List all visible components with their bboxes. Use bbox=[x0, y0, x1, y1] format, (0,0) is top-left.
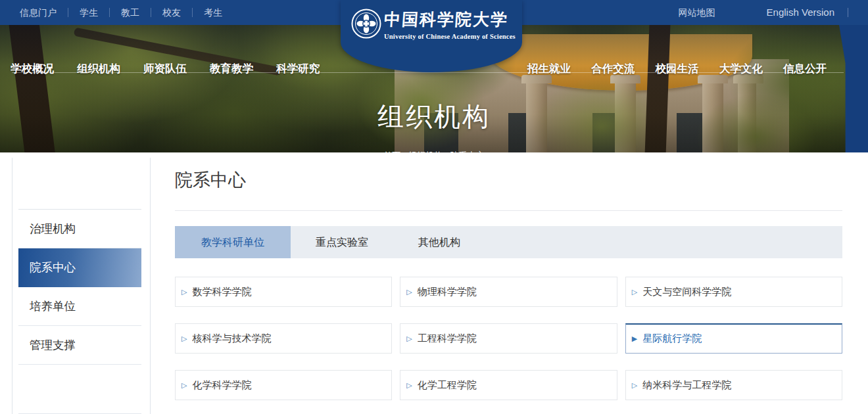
sidebar-item-governance[interactable]: 治理机构 bbox=[18, 210, 141, 248]
nav-left-group: 学校概况 组织机构 师资队伍 教育教学 科学研究 bbox=[11, 62, 320, 76]
page-content: 治理机构 院系中心 培养单位 管理支撑 院系中心 教学科研单位 重点实验室 其他… bbox=[0, 152, 868, 414]
topbar-link-sitemap[interactable]: 网站地图 bbox=[667, 8, 727, 17]
tab-teaching-research-units[interactable]: 教学科研单位 bbox=[175, 226, 291, 258]
department-name: 数学科学学院 bbox=[192, 286, 251, 298]
nav-item-information[interactable]: 信息公开 bbox=[783, 62, 827, 76]
department-name: 工程科学学院 bbox=[418, 333, 477, 345]
topbar-right-links: 网站地图 English Version bbox=[667, 8, 848, 17]
nav-item-organization[interactable]: 组织机构 bbox=[77, 62, 120, 76]
department-name: 化学科学学院 bbox=[192, 379, 251, 392]
nav-item-school-overview[interactable]: 学校概况 bbox=[11, 62, 54, 76]
nav-item-education[interactable]: 教育教学 bbox=[210, 62, 253, 76]
department-name: 天文与空间科学学院 bbox=[642, 286, 731, 298]
nav-item-campus-life[interactable]: 校园生活 bbox=[656, 62, 699, 76]
triangle-outline-icon: ▷ bbox=[406, 335, 412, 342]
triangle-outline-icon: ▷ bbox=[632, 382, 637, 389]
sidebar-item-training-units[interactable]: 培养单位 bbox=[18, 287, 141, 326]
department-card-chemical-science[interactable]: ▷ 化学科学学院 bbox=[175, 370, 392, 400]
tab-other-institutions[interactable]: 其他机构 bbox=[393, 226, 485, 258]
page-title: 院系中心 bbox=[175, 167, 842, 193]
department-name: 物理科学学院 bbox=[418, 286, 477, 298]
page-banner-title: 组织机构 bbox=[0, 99, 868, 135]
department-name: 核科学与技术学院 bbox=[192, 333, 271, 345]
triangle-outline-icon: ▷ bbox=[406, 382, 412, 389]
department-card-engineering[interactable]: ▷ 工程科学学院 bbox=[400, 323, 617, 354]
triangle-outline-icon: ▷ bbox=[181, 335, 187, 342]
topbar-link-students[interactable]: 学生 bbox=[68, 8, 110, 17]
topbar-link-applicants[interactable]: 考生 bbox=[193, 8, 233, 17]
main-panel: 院系中心 教学科研单位 重点实验室 其他机构 ▷ 数学科学学院 ▷ 物理科学学院… bbox=[175, 152, 842, 400]
department-card-astronomy[interactable]: ▷ 天文与空间科学学院 bbox=[625, 277, 842, 307]
department-card-math[interactable]: ▷ 数学科学学院 bbox=[175, 277, 392, 307]
sidebar-bottom-spacer bbox=[18, 365, 141, 414]
sidebar-item-admin-support[interactable]: 管理支撑 bbox=[18, 326, 141, 365]
topbar-link-portal[interactable]: 信息门户 bbox=[20, 8, 68, 17]
nav-item-culture[interactable]: 大学文化 bbox=[719, 62, 763, 76]
triangle-outline-icon: ▷ bbox=[632, 288, 637, 296]
department-name: 星际航行学院 bbox=[642, 333, 702, 345]
logo-text-block: 中国科学院大学 University of Chinese Academy of… bbox=[384, 9, 516, 40]
department-card-nuclear[interactable]: ▷ 核科学与技术学院 bbox=[175, 323, 392, 354]
nav-right-group: 招生就业 合作交流 校园生活 大学文化 信息公开 bbox=[527, 62, 827, 76]
category-tabs: 教学科研单位 重点实验室 其他机构 bbox=[175, 226, 842, 258]
department-grid: ▷ 数学科学学院 ▷ 物理科学学院 ▷ 天文与空间科学学院 ▷ 核科学与技术学院… bbox=[175, 277, 842, 400]
department-card-physics[interactable]: ▷ 物理科学学院 bbox=[400, 277, 617, 307]
title-divider bbox=[175, 210, 842, 211]
department-card-interstellar-highlighted[interactable]: ▶ 星际航行学院 bbox=[625, 323, 842, 354]
nav-item-admissions[interactable]: 招生就业 bbox=[527, 62, 571, 76]
department-name: 纳米科学与工程学院 bbox=[642, 379, 731, 392]
triangle-outline-icon: ▷ bbox=[406, 288, 412, 296]
nav-item-faculty[interactable]: 师资队伍 bbox=[143, 62, 187, 76]
topbar-link-faculty[interactable]: 教工 bbox=[110, 8, 151, 17]
department-name: 化学工程学院 bbox=[418, 379, 477, 392]
department-card-nano[interactable]: ▷ 纳米科学与工程学院 bbox=[625, 370, 842, 400]
site-header: 信息门户 学生 教工 校友 考生 网站地图 English Version 学校… bbox=[0, 0, 868, 152]
topbar-left-links: 信息门户 学生 教工 校友 考生 bbox=[20, 8, 233, 17]
logo-name-english: University of Chinese Academy of Science… bbox=[384, 33, 516, 40]
ucas-seal-icon bbox=[351, 9, 381, 39]
department-card-chemical-engineering[interactable]: ▷ 化学工程学院 bbox=[400, 370, 617, 400]
breadcrumb[interactable]: 首页 - 组织机构 - 院系中心 bbox=[0, 150, 868, 152]
nav-item-research[interactable]: 科学研究 bbox=[276, 62, 320, 76]
triangle-outline-icon: ▷ bbox=[181, 382, 187, 389]
sidebar-top-spacer bbox=[18, 158, 141, 210]
section-sidebar: 治理机构 院系中心 培养单位 管理支撑 bbox=[12, 158, 151, 414]
sidebar-item-departments[interactable]: 院系中心 bbox=[18, 248, 141, 287]
nav-item-cooperation[interactable]: 合作交流 bbox=[591, 62, 635, 76]
topbar-link-alumni[interactable]: 校友 bbox=[151, 8, 193, 17]
university-logo[interactable]: 中国科学院大学 University of Chinese Academy of… bbox=[341, 0, 522, 72]
logo-name-chinese: 中国科学院大学 bbox=[383, 9, 516, 30]
triangle-outline-icon: ▷ bbox=[181, 288, 187, 296]
triangle-filled-icon: ▶ bbox=[632, 335, 637, 342]
tab-key-laboratories[interactable]: 重点实验室 bbox=[291, 226, 393, 258]
topbar-link-english-version[interactable]: English Version bbox=[756, 8, 848, 17]
